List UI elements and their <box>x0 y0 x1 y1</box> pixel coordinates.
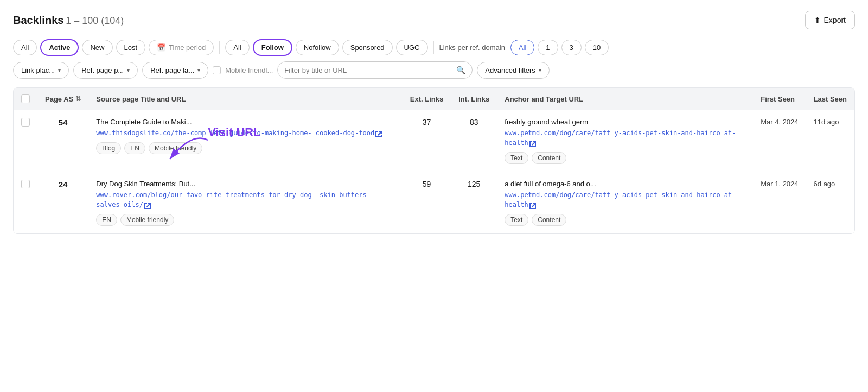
time-period-label: Time period <box>169 43 206 52</box>
external-link-icon[interactable] <box>529 202 536 208</box>
filter-lost[interactable]: Lost <box>116 40 146 55</box>
source-tags: BlogENMobile friendly <box>96 142 395 154</box>
chevron-down-icon: ▾ <box>539 67 541 73</box>
search-box[interactable]: 🔍 <box>277 61 473 79</box>
anchor-tags: TextContent <box>505 152 745 164</box>
anchor-url-link[interactable]: www.petmd.com/dog/care/fatt y-acids-pet-… <box>505 129 736 147</box>
sort-icon: ⇅ <box>75 95 81 103</box>
export-icon: ⬆ <box>814 16 821 24</box>
source-title: Dry Dog Skin Treatments: But... <box>96 180 395 188</box>
first-seen-value: Mar 4, 2024 <box>753 110 806 172</box>
filter-all-1[interactable]: All <box>13 40 37 55</box>
filter-ugc[interactable]: UGC <box>396 40 428 55</box>
filter-follow[interactable]: Follow <box>253 39 292 56</box>
anchor-url: www.petmd.com/dog/care/fatt y-acids-pet-… <box>505 190 745 210</box>
ext-links-value: 37 <box>403 110 451 172</box>
search-icon: 🔍 <box>456 66 465 74</box>
source-title: The Complete Guide to Maki... <box>96 118 395 126</box>
external-link-icon[interactable] <box>144 202 151 208</box>
tag: Blog <box>96 142 121 154</box>
header-int-links: Int. Links <box>451 88 497 110</box>
ref-page-la-dropdown[interactable]: Ref. page la... ▾ <box>142 62 208 79</box>
chevron-down-icon: ▾ <box>127 67 130 73</box>
lpd-10[interactable]: 10 <box>585 40 609 55</box>
anchor-cell: a diet full of omega-6 and o...www.petmd… <box>497 172 753 234</box>
advanced-filters-button[interactable]: Advanced filters ▾ <box>477 62 550 79</box>
links-per-domain-label: Links per ref. domain <box>439 43 505 52</box>
divider-1 <box>219 41 220 54</box>
search-input[interactable] <box>284 66 453 74</box>
export-button[interactable]: ⬆ Export <box>805 11 855 29</box>
advanced-filters-label: Advanced filters <box>485 66 535 74</box>
filter-active[interactable]: Active <box>40 39 79 56</box>
source-cell: Dry Dog Skin Treatments: But...www.rover… <box>88 172 403 234</box>
calendar-icon: 📅 <box>157 43 165 52</box>
header-checkbox-col <box>14 88 37 110</box>
ref-page-pa-label: Ref. page p... <box>81 66 124 74</box>
filter-nofollow[interactable]: Nofollow <box>296 40 339 55</box>
table-row: 24Dry Dog Skin Treatments: But...www.rov… <box>14 172 854 234</box>
int-links-value: 83 <box>451 110 497 172</box>
external-link-icon[interactable] <box>375 130 382 137</box>
chevron-down-icon: ▾ <box>197 67 200 73</box>
page-as-value: 54 <box>37 110 88 172</box>
page-title: Backlinks <box>13 14 63 26</box>
page-as-value: 24 <box>37 172 88 234</box>
table-header-row: Page AS ⇅ Source page Title and URL Ext.… <box>14 88 854 110</box>
anchor-text: a diet full of omega-6 and o... <box>505 180 745 188</box>
filter-new[interactable]: New <box>82 40 112 55</box>
lpd-1[interactable]: 1 <box>538 40 558 55</box>
external-link-icon[interactable] <box>529 140 536 147</box>
tag: EN <box>124 142 145 154</box>
last-seen-value: 11d ago <box>806 110 854 172</box>
header-ext-links: Ext. Links <box>403 88 451 110</box>
int-links-value: 125 <box>451 172 497 234</box>
tag: Content <box>532 214 566 226</box>
header-source: Source page Title and URL <box>88 88 403 110</box>
first-seen-value: Mar 1, 2024 <box>753 172 806 234</box>
select-all-checkbox[interactable] <box>21 94 30 103</box>
tag: Content <box>532 152 566 164</box>
header-last-seen: Last Seen <box>806 88 854 110</box>
table-row: 54The Complete Guide to Maki...www.thisd… <box>14 110 854 172</box>
chevron-down-icon: ▾ <box>58 67 61 73</box>
link-placement-label: Link plac... <box>21 66 55 74</box>
tag: Mobile friendly <box>120 214 174 226</box>
anchor-cell: freshly ground wheat germwww.petmd.com/d… <box>497 110 753 172</box>
header-anchor: Anchor and Target URL <box>497 88 753 110</box>
source-url: www.thisdogslife.co/the-comp lete-guide-… <box>96 128 395 138</box>
filter-row-1: All Active New Lost 📅 Time period All Fo… <box>13 39 855 56</box>
last-seen-value: 6d ago <box>806 172 854 234</box>
header-first-seen: First Seen <box>753 88 806 110</box>
tag: EN <box>96 214 117 226</box>
filter-time-period[interactable]: 📅 Time period <box>149 40 214 55</box>
source-cell: The Complete Guide to Maki...www.thisdog… <box>88 110 403 172</box>
row-checkbox[interactable] <box>21 180 30 188</box>
lpd-all[interactable]: All <box>510 40 534 55</box>
source-tags: ENMobile friendly <box>96 214 395 226</box>
result-count: 1 – 100 (104) <box>66 15 124 26</box>
anchor-tags: TextContent <box>505 214 745 226</box>
divider-2 <box>433 41 434 54</box>
mobile-friendly-checkbox[interactable] <box>213 66 221 74</box>
mobile-friendly-label: Mobile friendl... <box>225 66 273 74</box>
tag: Text <box>505 152 528 164</box>
tag: Mobile friendly <box>149 142 202 154</box>
filter-sponsored[interactable]: Sponsored <box>342 40 393 55</box>
mobile-friendly-filter[interactable]: Mobile friendl... <box>213 66 273 74</box>
ext-links-value: 59 <box>403 172 451 234</box>
export-label: Export <box>824 16 846 24</box>
link-placement-dropdown[interactable]: Link plac... ▾ <box>13 62 69 79</box>
ref-page-pa-dropdown[interactable]: Ref. page p... ▾ <box>73 62 138 79</box>
filter-all-2[interactable]: All <box>225 40 249 55</box>
header-page-as[interactable]: Page AS ⇅ <box>37 88 88 110</box>
lpd-3[interactable]: 3 <box>561 40 582 55</box>
tag: Text <box>505 214 528 226</box>
source-url-link[interactable]: www.thisdogslife.co/the-comp lete-guide-… <box>96 129 374 137</box>
source-url: www.rover.com/blog/our-favo rite-treatme… <box>96 190 395 210</box>
row-checkbox[interactable] <box>21 118 30 127</box>
anchor-url-link[interactable]: www.petmd.com/dog/care/fatt y-acids-pet-… <box>505 191 736 208</box>
anchor-text: freshly ground wheat germ <box>505 118 745 126</box>
source-url-link[interactable]: www.rover.com/blog/our-favo rite-treatme… <box>96 191 371 208</box>
ref-page-la-label: Ref. page la... <box>150 66 194 74</box>
